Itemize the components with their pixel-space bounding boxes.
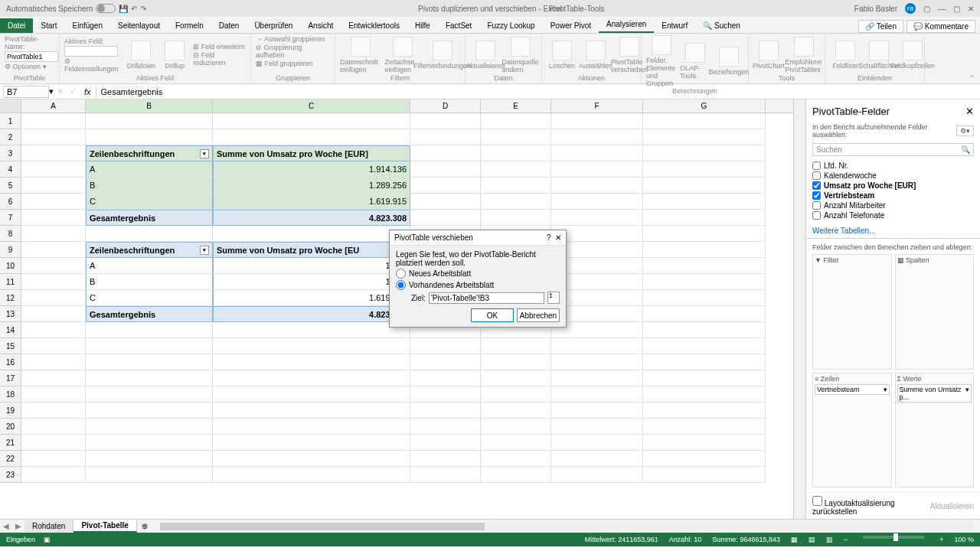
cell[interactable] — [481, 178, 551, 194]
pt-name-input[interactable] — [5, 51, 58, 62]
cell[interactable]: 4.823.308 — [213, 210, 410, 226]
cell[interactable] — [551, 161, 643, 178]
cell[interactable]: 1.914 — [213, 258, 410, 274]
olap-tools-button[interactable]: OLAP-Tools — [680, 43, 710, 80]
cell[interactable] — [643, 403, 766, 419]
cell[interactable] — [481, 194, 551, 210]
cell[interactable] — [643, 178, 766, 194]
sheet-nav-prev[interactable]: ◀ — [0, 522, 12, 530]
zoom-level[interactable]: 100 % — [954, 536, 974, 543]
cell[interactable]: C — [86, 194, 213, 210]
share-button[interactable]: 🔗 Teilen — [858, 20, 903, 33]
formula-bar[interactable]: Gesamtergebnis — [96, 86, 980, 97]
cell[interactable]: A — [86, 161, 213, 178]
cell[interactable] — [551, 451, 643, 467]
cell[interactable] — [213, 467, 410, 483]
area-filter[interactable]: ▼ Filter — [812, 254, 892, 370]
row-header[interactable]: 13 — [0, 306, 21, 322]
cell[interactable] — [213, 403, 410, 419]
refresh-button[interactable]: Aktualisieren — [470, 41, 501, 70]
cell[interactable] — [21, 226, 86, 242]
cell[interactable] — [643, 370, 766, 386]
cell[interactable] — [643, 113, 766, 129]
cell[interactable] — [21, 242, 86, 258]
field-checkbox[interactable]: Vertriebsteam — [812, 191, 974, 201]
cell[interactable] — [410, 210, 481, 226]
row-header[interactable]: 20 — [0, 419, 21, 435]
cell[interactable] — [410, 161, 481, 178]
row-header[interactable]: 7 — [0, 210, 21, 226]
cell[interactable] — [410, 145, 481, 161]
cell[interactable] — [481, 129, 551, 145]
field-settings-button[interactable]: ⚙ Feldeinstellungen — [64, 57, 122, 73]
cell[interactable]: 1.914.136 — [213, 161, 410, 178]
cell[interactable] — [213, 129, 410, 145]
cell[interactable] — [643, 451, 766, 467]
undo-icon[interactable]: ↶ — [131, 5, 137, 13]
ok-button[interactable]: OK — [471, 308, 514, 322]
cell[interactable] — [643, 467, 766, 483]
col-header-a[interactable]: A — [21, 99, 86, 112]
cell[interactable] — [21, 145, 86, 161]
row-header[interactable]: 6 — [0, 194, 21, 210]
cell[interactable] — [213, 338, 410, 354]
clear-button[interactable]: Löschen — [547, 41, 577, 70]
cell[interactable] — [21, 467, 86, 483]
cell[interactable] — [21, 386, 86, 403]
relations-button[interactable]: Beziehungen — [714, 47, 744, 76]
cell[interactable] — [643, 338, 766, 354]
fx-icon[interactable]: fx — [80, 87, 96, 96]
cell[interactable] — [86, 370, 213, 386]
col-header-c[interactable]: C — [213, 99, 410, 112]
cell[interactable] — [410, 113, 481, 129]
close-sidepane-icon[interactable]: ✕ — [965, 106, 974, 117]
cell[interactable] — [86, 386, 213, 403]
row-header[interactable]: 17 — [0, 370, 21, 386]
add-sheet-button[interactable]: ⊕ — [137, 522, 152, 530]
drilldown-button[interactable]: Drilldown — [126, 41, 156, 70]
fieldlist-button[interactable]: Feldliste — [830, 41, 861, 70]
zoom-in-icon[interactable]: + — [939, 536, 943, 543]
tab-formulas[interactable]: Formeln — [168, 18, 211, 33]
changesource-button[interactable]: Datenquelle ändern — [504, 37, 537, 73]
row-header[interactable]: 2 — [0, 129, 21, 145]
row-header[interactable]: 5 — [0, 178, 21, 194]
cell[interactable]: C — [86, 290, 213, 306]
expand-field-button[interactable]: ⊞ Feld erweitern — [193, 43, 246, 51]
search-input[interactable]: 🔍 Suchen — [695, 18, 748, 33]
tab-file[interactable]: Datei — [0, 18, 33, 33]
save-icon[interactable]: 💾 — [119, 5, 128, 13]
cell[interactable] — [481, 354, 551, 370]
tab-view[interactable]: Ansicht — [300, 18, 341, 33]
cell[interactable] — [481, 210, 551, 226]
cell[interactable] — [551, 113, 643, 129]
cell[interactable]: B — [86, 274, 213, 290]
target-input[interactable] — [429, 292, 544, 304]
slicer-button[interactable]: Datenschnitt einfügen — [340, 37, 382, 73]
calc-fields-button[interactable]: Felder, Elemente und Gruppen — [646, 35, 677, 87]
view-normal-icon[interactable]: ▦ — [791, 536, 798, 543]
options-button[interactable]: ⚙ Optionen ▾ — [5, 63, 47, 70]
tab-fuzzylookup[interactable]: Fuzzy Lookup — [479, 18, 542, 33]
headers-button[interactable]: Feldkopfzeilen — [897, 41, 928, 70]
cancel-button[interactable]: Abbrechen — [517, 308, 560, 322]
cell[interactable] — [410, 370, 481, 386]
tab-design[interactable]: Entwurf — [654, 18, 695, 33]
cell[interactable] — [21, 419, 86, 435]
cell[interactable] — [551, 354, 643, 370]
ungroup-button[interactable]: ⊘ Gruppierung aufheben — [256, 44, 330, 59]
area-values[interactable]: Σ Werte Summe von Umsatz p...▾ — [895, 373, 975, 488]
cell[interactable] — [21, 258, 86, 274]
vertical-scrollbar[interactable] — [793, 99, 805, 519]
cell[interactable] — [643, 210, 766, 226]
cell[interactable] — [213, 226, 410, 242]
col-header-d[interactable]: D — [410, 99, 481, 112]
update-button[interactable]: Aktualisieren — [930, 502, 974, 510]
rows-field-item[interactable]: Vertriebsteam▾ — [815, 384, 890, 395]
col-header-f[interactable]: F — [551, 99, 643, 112]
row-header[interactable]: 19 — [0, 403, 21, 419]
row-header[interactable]: 11 — [0, 274, 21, 290]
recommended-button[interactable]: Empfohlene PivotTables — [787, 37, 820, 73]
cell[interactable] — [643, 386, 766, 403]
cell[interactable] — [21, 354, 86, 370]
